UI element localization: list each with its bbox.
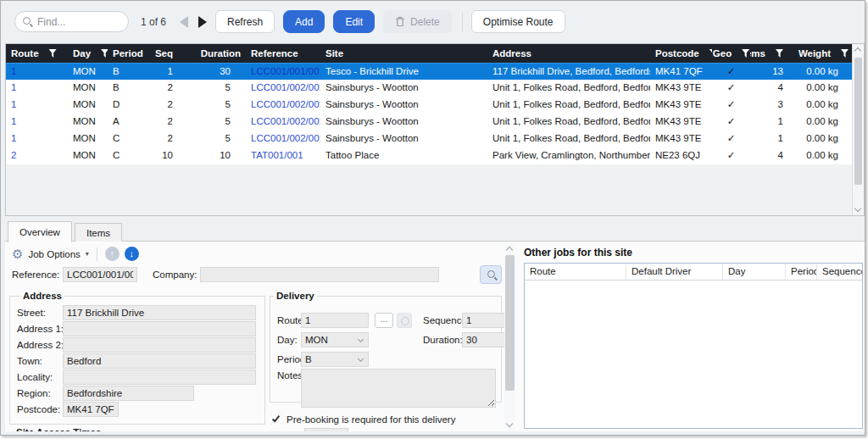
job-options-button[interactable]: Job Options <box>28 249 80 259</box>
period-select[interactable]: B <box>301 352 369 367</box>
column-header-day[interactable]: Day <box>68 44 108 63</box>
table-row[interactable]: 1MONB25LCC001/002/001Sainsburys - Wootto… <box>6 80 864 97</box>
column-header-weight[interactable]: Weight <box>788 44 854 63</box>
cell-seq: 10 <box>153 147 178 164</box>
notes-field[interactable] <box>301 369 496 408</box>
cell-route[interactable]: 2 <box>6 147 68 164</box>
cell-reference[interactable]: LCC001/002/001 <box>246 114 320 131</box>
scroll-down-icon[interactable] <box>506 420 513 427</box>
route-browse-button[interactable]: ... <box>375 313 393 328</box>
column-header-seq[interactable]: Seq <box>153 44 178 63</box>
form-vertical-scrollbar[interactable] <box>504 243 515 431</box>
cell-route[interactable]: 1 <box>6 64 68 80</box>
column-header-route[interactable]: Route <box>6 44 68 63</box>
cell-weight: 0.00 kg <box>788 147 854 164</box>
refresh-button[interactable]: Refresh <box>215 10 275 33</box>
cell-reference[interactable]: LCC001/001/001 <box>246 64 320 80</box>
other-jobs-title: Other jobs for this site <box>524 247 865 258</box>
other-jobs-column-sequence[interactable]: Sequence <box>817 264 862 280</box>
find-input[interactable] <box>37 16 118 28</box>
address1-field[interactable] <box>63 321 256 336</box>
cell-reference[interactable]: LCC001/002/001 <box>246 97 320 114</box>
route-label: Route: <box>277 315 301 325</box>
optimise-route-button[interactable]: Optimise Route <box>471 10 565 33</box>
filter-icon[interactable] <box>776 49 783 58</box>
region-field[interactable] <box>63 386 194 401</box>
locality-field[interactable] <box>63 370 256 385</box>
cell-geo: ✓ <box>712 64 750 80</box>
postcode-field[interactable] <box>63 402 119 417</box>
company-field[interactable] <box>200 267 439 282</box>
cell-reference[interactable]: LCC001/002/001 <box>246 131 320 147</box>
chevron-down-icon <box>358 336 364 342</box>
column-header-label: Period <box>113 48 143 58</box>
cell-route[interactable]: 1 <box>6 131 68 147</box>
previous-record-button[interactable] <box>180 16 188 28</box>
search-icon <box>487 270 495 278</box>
other-jobs-column-period[interactable]: Period <box>786 264 817 280</box>
cell-items: 4 <box>750 80 788 97</box>
address-field-row: Postcode: <box>17 401 264 417</box>
table-row[interactable]: 1MONA25LCC001/002/001Sainsburys - Wootto… <box>6 114 864 131</box>
scroll-up-icon[interactable] <box>506 247 513 253</box>
cell-reference[interactable]: TAT001/001 <box>246 147 320 164</box>
company-search-button[interactable] <box>480 265 502 284</box>
next-record-button[interactable] <box>198 16 207 28</box>
route-field[interactable] <box>301 313 369 328</box>
column-header-address[interactable]: Address <box>487 44 650 63</box>
cell-route[interactable]: 1 <box>6 97 68 114</box>
hours-field[interactable] <box>304 428 348 431</box>
cell-items: 1 <box>750 131 788 147</box>
route-locate-button[interactable] <box>397 313 412 328</box>
column-header-items[interactable]: Items <box>750 44 788 63</box>
cell-route[interactable]: 1 <box>6 114 68 131</box>
table-row[interactable]: 1MONC25LCC001/002/001Sainsburys - Wootto… <box>6 131 864 147</box>
column-header-period[interactable]: Period <box>108 44 153 63</box>
prebooking-checkbox[interactable] <box>270 414 281 425</box>
scroll-down-icon[interactable] <box>854 205 861 212</box>
other-jobs-column-route[interactable]: Route <box>525 264 626 280</box>
table-row[interactable]: 2MONC1010TAT001/001Tattoo PlacePark View… <box>6 147 864 164</box>
previous-job-button[interactable]: ↑ <box>105 247 120 261</box>
other-jobs-column-default-driver[interactable]: Default Driver <box>626 264 723 280</box>
cell-address: Unit 1, Folkes Road, Bedford, Bedfordshi… <box>487 80 650 97</box>
day-value: MON <box>305 335 328 345</box>
add-button[interactable]: Add <box>283 10 325 33</box>
other-jobs-section: Other jobs for this site RouteDefault Dr… <box>524 247 865 429</box>
cell-route[interactable]: 1 <box>6 80 68 97</box>
scrollbar-thumb[interactable] <box>854 58 862 185</box>
filter-icon[interactable] <box>841 49 849 58</box>
street-field[interactable] <box>63 305 256 320</box>
filter-icon[interactable] <box>49 49 57 58</box>
filter-icon[interactable] <box>101 49 108 58</box>
cell-postcode: MK43 9TE <box>650 114 712 131</box>
cell-seq: 2 <box>153 80 178 97</box>
filter-icon[interactable] <box>742 49 749 58</box>
column-header-reference[interactable]: Reference <box>246 44 320 63</box>
scroll-up-icon[interactable] <box>854 47 861 54</box>
town-field[interactable] <box>63 353 256 369</box>
column-header-duration[interactable]: Duration <box>178 44 246 63</box>
column-header-label: Geo <box>713 48 732 58</box>
tab-items[interactable]: Items <box>75 223 122 242</box>
other-jobs-column-day[interactable]: Day <box>723 264 786 280</box>
edit-button[interactable]: Edit <box>333 10 375 33</box>
cell-reference[interactable]: LCC001/002/001 <box>246 80 320 97</box>
cell-day: MON <box>68 114 108 131</box>
cell-geo: ✓ <box>712 147 750 164</box>
tab-overview[interactable]: Overview <box>8 221 72 242</box>
grid-vertical-scrollbar[interactable] <box>852 44 864 215</box>
column-header-geo[interactable]: Geo <box>712 44 750 63</box>
column-header-postcode[interactable]: Postcode <box>650 44 712 63</box>
day-select[interactable]: MON <box>301 332 369 347</box>
cell-address: Park View, Cramlington, Northumberland <box>487 147 650 164</box>
column-header-site[interactable]: Site <box>320 44 487 63</box>
delete-button[interactable]: Delete <box>383 10 452 33</box>
reference-field[interactable] <box>63 267 137 282</box>
table-row[interactable]: 1MOND25LCC001/002/001Sainsburys - Wootto… <box>6 97 864 114</box>
table-row[interactable]: 1MONB130LCC001/001/001Tesco - Brickhill … <box>6 63 864 80</box>
address2-field[interactable] <box>63 337 256 353</box>
scrollbar-thumb[interactable] <box>505 255 515 391</box>
cell-day: MON <box>68 147 108 164</box>
next-job-button[interactable]: ↓ <box>125 247 139 261</box>
